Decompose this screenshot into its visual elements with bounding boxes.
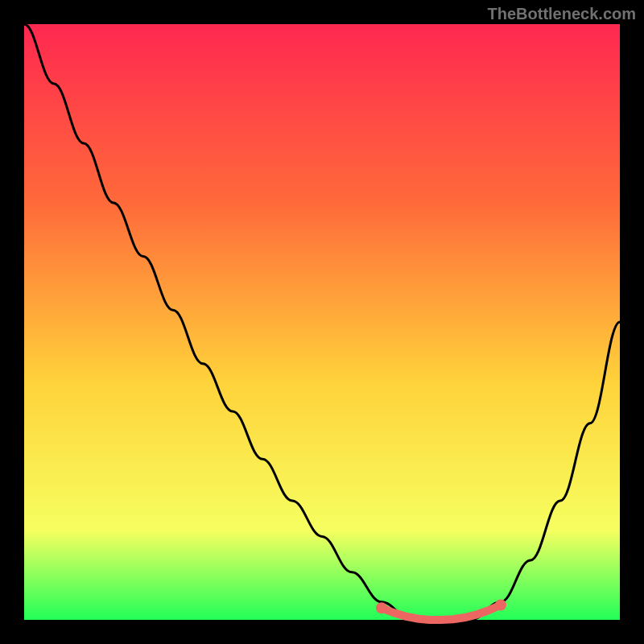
chart-container: TheBottleneck.com bbox=[0, 0, 644, 644]
bottleneck-chart bbox=[0, 0, 644, 644]
optimum-band-endpoint bbox=[495, 600, 506, 611]
watermark-text: TheBottleneck.com bbox=[488, 5, 636, 23]
optimum-band-endpoint bbox=[376, 602, 387, 613]
gradient-background bbox=[24, 24, 620, 620]
